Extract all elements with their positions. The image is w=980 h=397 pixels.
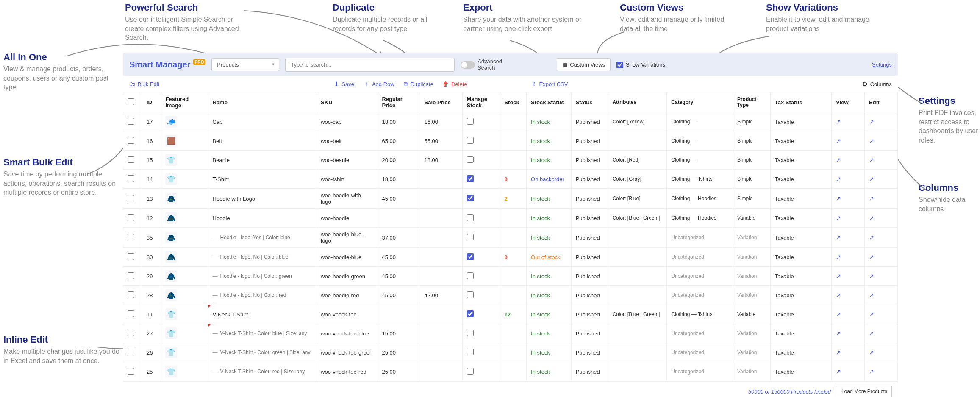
- bulk-edit-button[interactable]: 🗂Bulk Edit: [129, 81, 159, 87]
- sku-cell[interactable]: woo-tshirt: [316, 170, 378, 189]
- search-input[interactable]: [285, 58, 455, 72]
- stock-cell[interactable]: 0: [500, 170, 527, 189]
- image-cell[interactable]: 👕: [161, 324, 208, 343]
- category-cell[interactable]: Clothing —: [667, 131, 733, 151]
- image-cell[interactable]: 👕: [161, 343, 208, 362]
- tax-status-cell[interactable]: Taxable: [770, 248, 831, 267]
- stock-cell[interactable]: [500, 343, 527, 362]
- sale-price-cell[interactable]: [420, 209, 462, 228]
- stock-status-cell[interactable]: In stock: [527, 228, 572, 248]
- view-link[interactable]: ↗: [832, 248, 865, 267]
- regular-price-cell[interactable]: 45.00: [378, 267, 420, 286]
- edit-link[interactable]: ↗: [865, 248, 898, 267]
- row-check-cell[interactable]: [123, 112, 142, 131]
- category-cell[interactable]: Clothing —: [667, 112, 733, 131]
- status-cell[interactable]: Published: [571, 343, 608, 362]
- status-cell[interactable]: Published: [571, 362, 608, 381]
- manage-stock-cell[interactable]: [462, 228, 500, 248]
- attributes-cell[interactable]: [608, 343, 667, 362]
- name-cell[interactable]: V-Neck T-Shirt: [208, 305, 316, 324]
- column-header[interactable]: Manage Stock: [462, 92, 500, 112]
- id-cell[interactable]: 28: [142, 286, 161, 305]
- edit-link[interactable]: ↗: [865, 209, 898, 228]
- save-button[interactable]: ⬇Save: [334, 80, 354, 88]
- regular-price-cell[interactable]: [378, 305, 420, 324]
- table-row[interactable]: 35🧥Hoodie - logo: Yes | Color: bluewoo-h…: [123, 228, 898, 248]
- stock-status-cell[interactable]: Out of stock: [527, 248, 572, 267]
- show-variations-checkbox[interactable]: Show Variations: [616, 62, 665, 68]
- stock-status-cell[interactable]: On backorder: [527, 170, 572, 189]
- column-header[interactable]: Tax Status: [770, 92, 831, 112]
- stock-status-cell[interactable]: In stock: [527, 131, 572, 151]
- sku-cell[interactable]: woo-hoodie-blue: [316, 248, 378, 267]
- manage-stock-cell[interactable]: [462, 189, 500, 209]
- table-row[interactable]: 14👕T-Shirtwoo-tshirt18.000On backorderPu…: [123, 170, 898, 189]
- manage-stock-checkbox[interactable]: [467, 253, 474, 260]
- tax-status-cell[interactable]: Taxable: [770, 228, 831, 248]
- id-cell[interactable]: 27: [142, 324, 161, 343]
- id-cell[interactable]: 12: [142, 209, 161, 228]
- status-cell[interactable]: Published: [571, 189, 608, 209]
- manage-stock-cell[interactable]: [462, 343, 500, 362]
- regular-price-cell[interactable]: 20.00: [378, 151, 420, 170]
- table-row[interactable]: 28🧥Hoodie - logo: No | Color: redwoo-hoo…: [123, 286, 898, 305]
- attributes-cell[interactable]: Color: [Blue | Green |: [608, 209, 667, 228]
- name-cell[interactable]: V-Neck T-Shirt - Color: green | Size: an…: [208, 343, 316, 362]
- image-cell[interactable]: 👕: [161, 305, 208, 324]
- edit-link[interactable]: ↗: [865, 170, 898, 189]
- row-check-cell[interactable]: [123, 228, 142, 248]
- attributes-cell[interactable]: Color: [Blue | Green |: [608, 305, 667, 324]
- status-cell[interactable]: Published: [571, 248, 608, 267]
- column-header[interactable]: Edit: [865, 92, 898, 112]
- column-header[interactable]: Regular Price: [378, 92, 420, 112]
- stock-cell[interactable]: 2: [500, 189, 527, 209]
- image-cell[interactable]: 🧢: [161, 112, 208, 131]
- manage-stock-cell[interactable]: [462, 112, 500, 131]
- row-check-cell[interactable]: [123, 305, 142, 324]
- tax-status-cell[interactable]: Taxable: [770, 305, 831, 324]
- manage-stock-cell[interactable]: [462, 267, 500, 286]
- custom-views-button[interactable]: ▦ Custom Views: [557, 58, 611, 71]
- manage-stock-checkbox[interactable]: [467, 291, 474, 298]
- manage-stock-checkbox[interactable]: [467, 175, 474, 182]
- manage-stock-cell[interactable]: [462, 248, 500, 267]
- product-type-cell[interactable]: Simple: [733, 151, 770, 170]
- tax-status-cell[interactable]: Taxable: [770, 324, 831, 343]
- regular-price-cell[interactable]: 15.00: [378, 324, 420, 343]
- attributes-cell[interactable]: Color: [Gray]: [608, 170, 667, 189]
- select-all-checkbox[interactable]: [128, 98, 134, 105]
- row-checkbox[interactable]: [128, 253, 134, 260]
- edit-link[interactable]: ↗: [865, 189, 898, 209]
- product-type-cell[interactable]: Variation: [733, 343, 770, 362]
- stock-status-cell[interactable]: In stock: [527, 305, 572, 324]
- row-check-cell[interactable]: [123, 248, 142, 267]
- sku-cell[interactable]: woo-vneck-tee: [316, 305, 378, 324]
- stock-status-cell[interactable]: In stock: [527, 209, 572, 228]
- image-cell[interactable]: 🟫: [161, 131, 208, 151]
- status-cell[interactable]: Published: [571, 305, 608, 324]
- category-cell[interactable]: Uncategorized: [667, 362, 733, 381]
- table-row[interactable]: 17🧢Capwoo-cap18.0016.00In stockPublished…: [123, 112, 898, 131]
- column-header[interactable]: ID: [142, 92, 161, 112]
- image-cell[interactable]: 🧥: [161, 228, 208, 248]
- manage-stock-checkbox[interactable]: [467, 214, 474, 221]
- name-cell[interactable]: Cap: [208, 112, 316, 131]
- stock-cell[interactable]: [500, 112, 527, 131]
- edit-link[interactable]: ↗: [865, 286, 898, 305]
- row-check-cell[interactable]: [123, 151, 142, 170]
- table-row[interactable]: 13🧥Hoodie with Logowoo-hoodie-with-logo4…: [123, 189, 898, 209]
- category-cell[interactable]: Clothing — Tshirts: [667, 170, 733, 189]
- edit-link[interactable]: ↗: [865, 131, 898, 151]
- product-type-cell[interactable]: Variation: [733, 228, 770, 248]
- name-cell[interactable]: Hoodie - logo: No | Color: blue: [208, 248, 316, 267]
- regular-price-cell[interactable]: 37.00: [378, 228, 420, 248]
- name-cell[interactable]: Hoodie - logo: Yes | Color: blue: [208, 228, 316, 248]
- category-cell[interactable]: Uncategorized: [667, 267, 733, 286]
- stock-status-cell[interactable]: In stock: [527, 112, 572, 131]
- edit-link[interactable]: ↗: [865, 362, 898, 381]
- sale-price-cell[interactable]: 18.00: [420, 151, 462, 170]
- sale-price-cell[interactable]: [420, 305, 462, 324]
- stock-status-cell[interactable]: In stock: [527, 267, 572, 286]
- image-cell[interactable]: 🧥: [161, 209, 208, 228]
- name-cell[interactable]: Belt: [208, 131, 316, 151]
